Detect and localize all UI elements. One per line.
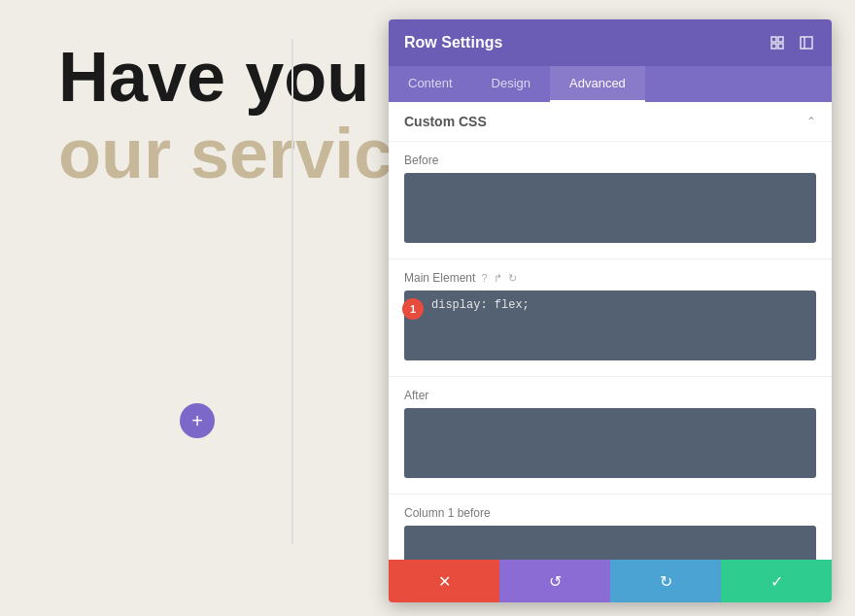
css-main-element-wrapper: 1 display: flex; xyxy=(404,291,816,364)
section-collapse-chevron[interactable]: ⌃ xyxy=(806,115,816,128)
column-divider xyxy=(291,39,293,544)
css-after-label: After xyxy=(404,389,816,402)
css-before-label: Before xyxy=(404,154,816,167)
svg-rect-2 xyxy=(771,44,776,49)
panel-title: Row Settings xyxy=(404,34,502,51)
custom-css-title: Custom CSS xyxy=(404,114,487,129)
cancel-button[interactable]: ✕ xyxy=(389,560,499,602)
line-number-badge: 1 xyxy=(402,298,424,320)
css-after-input[interactable] xyxy=(404,408,816,478)
tab-content[interactable]: Content xyxy=(389,66,472,102)
css-before-group: Before xyxy=(389,142,832,259)
svg-rect-0 xyxy=(771,37,776,42)
cursor-icon[interactable]: ↱ xyxy=(494,272,502,285)
add-row-button[interactable]: + xyxy=(180,403,215,438)
css-column1-before-group: Column 1 before xyxy=(389,495,832,560)
panel-body: Custom CSS ⌃ Before Main Element ? ↱ ↻ 1… xyxy=(389,102,832,560)
page-headline: Have you s our service xyxy=(58,39,431,192)
redo-button[interactable]: ↻ xyxy=(610,560,721,602)
tab-design[interactable]: Design xyxy=(472,66,550,102)
save-button[interactable]: ✓ xyxy=(721,560,832,602)
css-main-element-label: Main Element ? ↱ ↻ xyxy=(404,271,816,285)
tab-advanced[interactable]: Advanced xyxy=(550,66,645,102)
css-after-group: After xyxy=(389,377,832,495)
custom-css-section-header: Custom CSS ⌃ xyxy=(389,102,832,142)
css-main-element-input[interactable]: display: flex; xyxy=(404,291,816,360)
expand-icon[interactable] xyxy=(768,33,787,52)
css-column1-before-label: Column 1 before xyxy=(404,506,816,520)
row-settings-panel: Row Settings Content De xyxy=(389,19,832,602)
svg-rect-1 xyxy=(778,37,783,42)
panel-header-icons xyxy=(768,33,816,52)
css-column1-before-input[interactable] xyxy=(404,526,816,560)
headline-text-start: Have you s xyxy=(58,38,428,116)
css-main-element-group: Main Element ? ↱ ↻ 1 display: flex; xyxy=(389,259,832,377)
panel-footer: ✕ ↺ ↻ ✓ xyxy=(389,560,832,602)
panel-header: Row Settings xyxy=(389,19,832,66)
svg-rect-3 xyxy=(778,44,783,49)
svg-rect-4 xyxy=(801,37,812,49)
panel-tabs: Content Design Advanced xyxy=(389,66,832,102)
sidebar-icon[interactable] xyxy=(797,33,816,52)
help-icon[interactable]: ? xyxy=(481,272,487,284)
headline-text-services: our service xyxy=(58,115,431,192)
reset-button[interactable]: ↺ xyxy=(499,560,610,602)
css-before-input[interactable] xyxy=(404,173,816,243)
reset-icon[interactable]: ↻ xyxy=(508,272,517,285)
